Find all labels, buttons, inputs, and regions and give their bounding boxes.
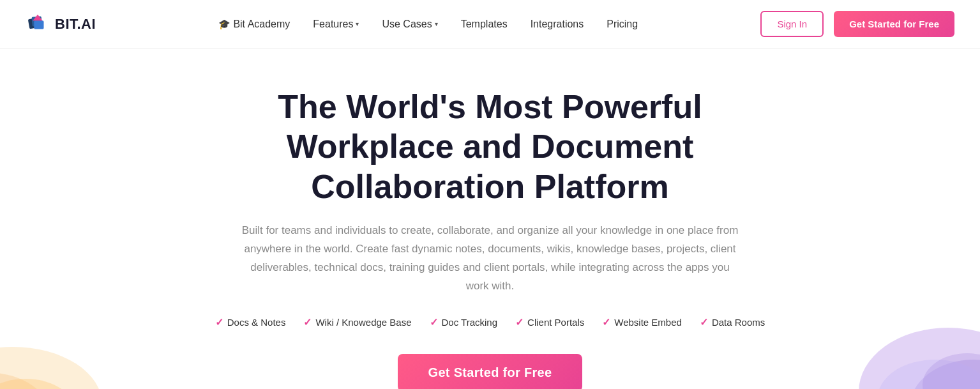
- hero-section: The World's Most Powerful Workplace and …: [0, 49, 980, 389]
- logo-icon: [26, 12, 50, 36]
- logo-text: BIT.AI: [55, 16, 96, 33]
- nav-features[interactable]: Features ▾: [313, 19, 359, 30]
- feature-wiki: ✓ Wiki / Knowedge Base: [303, 316, 411, 328]
- chevron-down-icon: ▾: [356, 20, 359, 27]
- hero-title: The World's Most Powerful Workplace and …: [203, 87, 778, 206]
- feature-docs-notes: ✓ Docs & Notes: [215, 316, 286, 328]
- sign-in-button[interactable]: Sign In: [760, 11, 824, 37]
- nav-pricing[interactable]: Pricing: [607, 19, 638, 30]
- blob-left-decoration: [0, 302, 128, 389]
- nav-templates[interactable]: Templates: [461, 19, 508, 30]
- hero-subtitle: Built for teams and individuals to creat…: [241, 222, 739, 296]
- feature-website-embed: ✓ Website Embed: [602, 316, 682, 328]
- chevron-down-icon: ▾: [435, 20, 438, 27]
- get-started-hero-button[interactable]: Get Started for Free: [398, 354, 583, 389]
- check-icon: ✓: [515, 316, 524, 328]
- check-icon: ✓: [700, 316, 708, 328]
- svg-rect-2: [34, 20, 43, 29]
- navbar: BIT.AI 🎓 Bit Academy Features ▾ Use Case…: [0, 0, 980, 49]
- get-started-nav-button[interactable]: Get Started for Free: [834, 11, 954, 37]
- nav-menu: 🎓 Bit Academy Features ▾ Use Cases ▾ Tem…: [218, 19, 638, 30]
- check-icon: ✓: [430, 316, 438, 328]
- nav-integrations[interactable]: Integrations: [531, 19, 584, 30]
- blob-right-decoration: [808, 289, 980, 389]
- hero-content: The World's Most Powerful Workplace and …: [203, 87, 778, 389]
- logo[interactable]: BIT.AI: [26, 12, 96, 36]
- check-icon: ✓: [303, 316, 312, 328]
- feature-doc-tracking: ✓ Doc Tracking: [430, 316, 498, 328]
- check-icon: ✓: [602, 316, 610, 328]
- nav-bit-academy[interactable]: 🎓 Bit Academy: [218, 19, 290, 30]
- features-list: ✓ Docs & Notes ✓ Wiki / Knowedge Base ✓ …: [203, 316, 778, 328]
- feature-data-rooms: ✓ Data Rooms: [700, 316, 765, 328]
- nav-use-cases[interactable]: Use Cases ▾: [382, 19, 437, 30]
- graduation-cap-icon: 🎓: [218, 19, 230, 30]
- feature-client-portals: ✓ Client Portals: [515, 316, 584, 328]
- nav-actions: Sign In Get Started for Free: [760, 11, 954, 37]
- check-icon: ✓: [215, 316, 223, 328]
